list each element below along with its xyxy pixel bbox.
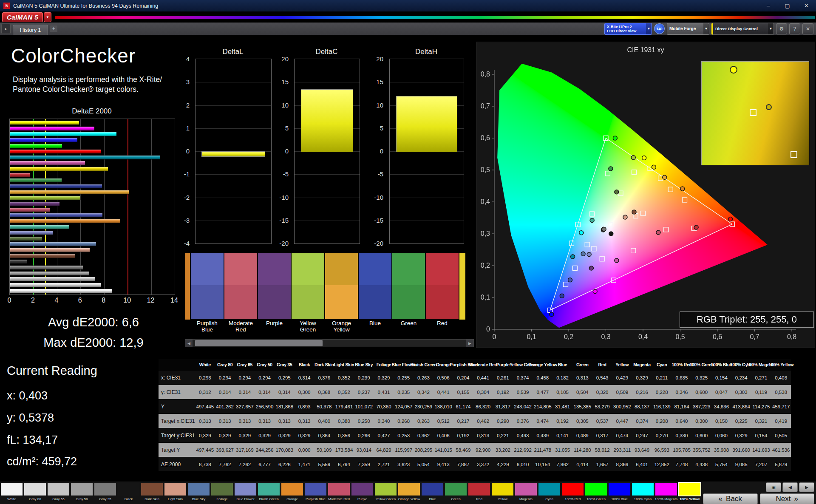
- table-cell: 2,721: [374, 457, 394, 471]
- patch-selector[interactable]: Gray 50: [70, 481, 94, 504]
- patch-selector[interactable]: Purple: [351, 481, 374, 504]
- patch-selector[interactable]: White: [0, 481, 23, 504]
- help-button[interactable]: ?: [789, 23, 800, 34]
- swatch-label: Purplish Blue: [191, 319, 224, 337]
- table-cell: 61,174: [453, 399, 473, 413]
- table-cell: 3,623: [394, 457, 414, 471]
- tab-history-1[interactable]: History 1: [13, 25, 48, 35]
- display-control-dropdown[interactable]: Direct Display Control ▼: [711, 23, 774, 35]
- patch-color: [281, 483, 303, 496]
- column-header: Gray 35: [275, 359, 295, 370]
- scroll-right-arrow-icon[interactable]: ▶: [466, 340, 473, 347]
- patch-selector[interactable]: Light Skin: [164, 481, 187, 504]
- table-cell: 0,340: [374, 414, 394, 428]
- settings-gear-button[interactable]: ⚙: [776, 23, 787, 34]
- table-cell: 0,271: [751, 371, 771, 385]
- delta-value-bar: [396, 96, 457, 152]
- table-cell: 0,313: [255, 414, 275, 428]
- layout-button[interactable]: ▣: [766, 482, 781, 492]
- deltae-bar-row: [10, 266, 174, 269]
- current-reading-y: y: 0,5378: [7, 411, 54, 425]
- table-cell: 5,054: [414, 457, 434, 471]
- table-cell: 6,010: [513, 457, 533, 471]
- panel-close-button[interactable]: ✕: [802, 23, 813, 34]
- patch-swatch[interactable]: Purplish Blue: [191, 253, 224, 337]
- column-header: 100% Yellow: [771, 359, 791, 370]
- patch-selector[interactable]: Bluish Green: [257, 481, 280, 504]
- deltae-bar-row: [10, 202, 174, 206]
- patch-selector[interactable]: Dark Skin: [140, 481, 164, 504]
- skip-back-button[interactable]: ◀: [782, 482, 798, 492]
- patch-selector[interactable]: 100% Yellow: [678, 481, 701, 504]
- patch-swatch[interactable]: Green: [392, 253, 425, 337]
- axis-tick-label: -15: [279, 216, 289, 224]
- patch-swatch[interactable]: Moderate Red: [224, 253, 257, 337]
- axis-tick-label: 5: [285, 124, 289, 131]
- patch-selector[interactable]: Gray 35: [94, 481, 117, 504]
- patch-selector[interactable]: Blue: [421, 481, 444, 504]
- scrollbar-thumb[interactable]: [195, 340, 323, 346]
- table-cell: 31,055: [552, 443, 572, 457]
- current-reading-fl: fL: 134,17: [7, 433, 58, 447]
- patch-selector[interactable]: Magenta: [514, 481, 538, 504]
- next-button[interactable]: Next »: [760, 493, 815, 504]
- measured-olive-point: [766, 104, 772, 110]
- patch-selector[interactable]: 100% Blue: [608, 481, 631, 504]
- patch-name: 100% Cyan: [631, 497, 654, 501]
- patch-selector[interactable]: Moderate Red: [327, 481, 351, 504]
- swatch-strip-scrollbar[interactable]: ◀ ▶: [185, 339, 474, 347]
- column-header: Blue Sky: [354, 359, 374, 370]
- tab-scroll-button[interactable]: ▸: [1, 24, 11, 34]
- patch-selector[interactable]: Gray 80: [23, 481, 47, 504]
- patch-selector[interactable]: Purplish Blue: [304, 481, 327, 504]
- deltae-bar-row: [10, 190, 174, 194]
- patch-selector[interactable]: 100% Red: [561, 481, 584, 504]
- patch-swatch[interactable]: Red: [426, 253, 459, 337]
- patch-selector[interactable]: Gray 65: [47, 481, 70, 504]
- table-cell: 35,908: [711, 443, 731, 457]
- patch-selector[interactable]: Red: [468, 481, 491, 504]
- patch-selector[interactable]: Green: [444, 481, 468, 504]
- table-cell: 327,657: [235, 399, 255, 413]
- patch-name: Moderate Red: [327, 497, 351, 501]
- column-header: 100% Green: [691, 359, 711, 370]
- back-button[interactable]: « Back: [703, 493, 758, 504]
- patch-selector[interactable]: Cyan: [538, 481, 561, 504]
- patch-selector[interactable]: Blue Sky: [187, 481, 210, 504]
- patch-swatch[interactable]: Blue: [359, 253, 391, 337]
- minimize-button[interactable]: –: [759, 0, 778, 11]
- row-label: Target x:CIE31: [159, 414, 195, 428]
- grid-line: [390, 82, 464, 82]
- maximize-button[interactable]: ▢: [778, 0, 797, 11]
- patch-selector[interactable]: Yellow Green: [374, 481, 397, 504]
- patch-selector[interactable]: Orange Yellow: [397, 481, 421, 504]
- patch-swatch[interactable]: Orange Yellow: [325, 253, 358, 337]
- svg-text:0,1: 0,1: [481, 294, 490, 301]
- patch-selector[interactable]: 100% Magenta: [654, 481, 678, 504]
- logo-menu-arrow-icon[interactable]: ▼: [44, 12, 51, 22]
- patch-selector[interactable]: Black: [117, 481, 140, 504]
- source-dropdown[interactable]: Mobile Forge ▼: [667, 23, 709, 35]
- grid-line: [390, 221, 464, 221]
- table-cell: 230,259: [414, 399, 434, 413]
- rainbow-stripe: [55, 16, 815, 19]
- patch-selector[interactable]: Foliage: [210, 481, 234, 504]
- patch-selector[interactable]: 100% Green: [584, 481, 608, 504]
- scrollbar-track[interactable]: [193, 340, 466, 347]
- scroll-left-arrow-icon[interactable]: ◀: [185, 340, 193, 347]
- table-cell: 0,270: [652, 428, 672, 442]
- patch-swatch[interactable]: Purple: [258, 253, 291, 337]
- patch-selector[interactable]: Orange: [280, 481, 304, 504]
- table-cell: 0,489: [572, 428, 592, 442]
- svg-text:0,2: 0,2: [564, 333, 573, 340]
- patch-selector[interactable]: Yellow: [491, 481, 514, 504]
- patch-selector[interactable]: Blue Flower: [234, 481, 257, 504]
- skip-forward-button[interactable]: ▶: [799, 482, 814, 492]
- add-tab-button[interactable]: +: [50, 25, 57, 32]
- column-header: Light Skin: [334, 359, 354, 370]
- measurement-table: WhiteGray 80Gray 65Gray 50Gray 35BlackDa…: [159, 359, 791, 472]
- patch-swatch[interactable]: Yellow Green: [292, 253, 324, 337]
- close-button[interactable]: ✕: [797, 0, 816, 11]
- patch-selector[interactable]: 100% Cyan: [631, 481, 654, 504]
- meter-dropdown[interactable]: X-Rite i1Pro 2 LCD Direct View ▼: [604, 23, 652, 35]
